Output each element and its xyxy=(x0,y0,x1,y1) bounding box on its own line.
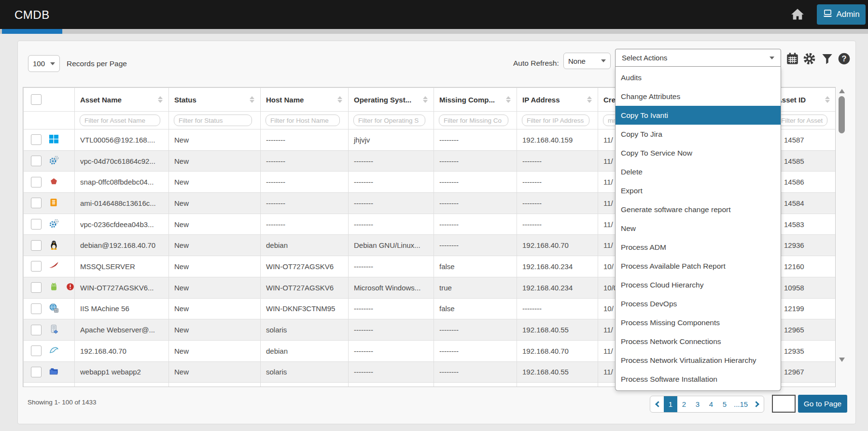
cell-asset_name: Apache Webserver@... xyxy=(75,319,169,341)
menu-item[interactable]: Audits xyxy=(616,68,781,87)
chevron-left-icon xyxy=(655,401,661,407)
page-button-4[interactable]: 4 xyxy=(704,396,718,412)
goto-page-input[interactable] xyxy=(772,395,796,413)
column-header-status[interactable]: Status xyxy=(169,88,261,112)
records-per-page-value: 100 xyxy=(33,59,45,68)
sort-arrows-icon[interactable] xyxy=(587,96,592,103)
cell-operating_system: jhjvjv xyxy=(349,129,434,151)
filter-icon[interactable] xyxy=(821,52,834,65)
menu-item[interactable]: Process DevOps xyxy=(616,294,781,313)
auto-refresh-value: None xyxy=(568,57,586,65)
scroll-up-arrow-icon[interactable] xyxy=(839,89,845,93)
cell-missing_components: -------- xyxy=(434,129,517,151)
select-actions-placeholder: Select Actions xyxy=(622,54,667,62)
select-all-checkbox[interactable] xyxy=(31,94,42,105)
column-label: Host Name xyxy=(266,96,304,104)
sort-arrows-icon[interactable] xyxy=(423,96,428,103)
row-checkbox[interactable] xyxy=(31,177,42,187)
menu-item[interactable]: New xyxy=(616,219,781,238)
page-button-2[interactable]: 2 xyxy=(677,396,691,412)
filter-input-asset_name[interactable] xyxy=(80,115,160,126)
goto-page-button[interactable]: Go to Page xyxy=(798,395,847,413)
menu-item[interactable]: Process Software Installation xyxy=(616,370,781,388)
menu-item[interactable]: Process Cloud Hierarchy xyxy=(616,275,781,294)
auto-refresh-select[interactable]: None xyxy=(563,53,611,69)
scroll-down-arrow-icon[interactable] xyxy=(839,358,845,362)
menu-item[interactable]: Copy To Service Now xyxy=(616,144,781,162)
chevron-down-icon xyxy=(601,59,606,62)
table-scrollbar[interactable] xyxy=(838,87,846,365)
sort-arrows-icon[interactable] xyxy=(158,96,163,103)
row-checkbox[interactable] xyxy=(31,261,42,272)
page-button-...15[interactable]: ...15 xyxy=(731,396,750,412)
cell-operating_system: -------- xyxy=(349,172,434,193)
cell-status: New xyxy=(169,150,261,172)
sort-arrows-icon[interactable] xyxy=(506,96,511,103)
home-icon[interactable] xyxy=(791,8,804,21)
row-checkbox[interactable] xyxy=(31,156,42,166)
filter-input-missing_components[interactable] xyxy=(439,115,508,126)
help-icon[interactable]: ? xyxy=(838,52,851,65)
page-button-3[interactable]: 3 xyxy=(691,396,704,412)
scrollbar-thumb[interactable] xyxy=(839,96,845,133)
menu-item[interactable]: Change Attributes xyxy=(616,87,781,106)
row-checkbox[interactable] xyxy=(31,367,42,377)
cell-operating_system: -------- xyxy=(349,256,434,277)
row-checkbox[interactable] xyxy=(31,325,42,335)
records-per-page-select[interactable]: 100 xyxy=(28,55,60,72)
filter-input-status[interactable] xyxy=(174,115,252,126)
cell-status: New xyxy=(169,193,261,214)
row-checkbox[interactable] xyxy=(31,198,42,208)
filter-input-host_name[interactable] xyxy=(266,115,340,126)
cell-ip_address: 192.168.40.55 xyxy=(517,361,598,383)
column-header-asset_name[interactable]: Asset Name xyxy=(75,88,169,112)
menu-item[interactable]: Generate software change report xyxy=(616,200,781,219)
gears-icon xyxy=(49,218,59,230)
cell-ip_address: -------- xyxy=(517,193,598,214)
menu-item[interactable]: Export xyxy=(616,181,781,200)
menu-item[interactable]: Copy To Ivanti xyxy=(616,106,781,125)
menu-item[interactable]: Delete xyxy=(616,162,781,181)
header-underline xyxy=(0,29,868,34)
row-checkbox[interactable] xyxy=(31,282,42,293)
next-page-button[interactable] xyxy=(750,396,764,412)
admin-button[interactable]: Admin xyxy=(817,4,866,25)
row-checkbox[interactable] xyxy=(31,219,42,230)
cell-missing_components: false xyxy=(434,256,517,277)
menu-item[interactable]: Process Network Virtualization Hierarchy xyxy=(616,351,781,370)
cell-host_name: WIN-DKNF3CTNM95 xyxy=(261,298,349,319)
sort-arrows-icon[interactable] xyxy=(250,96,254,103)
cell-operating_system: Microsoft Windows... xyxy=(349,277,434,298)
row-checkbox[interactable] xyxy=(31,134,42,145)
menu-item[interactable]: Copy To Jira xyxy=(616,125,781,144)
page-button-5[interactable]: 5 xyxy=(718,396,731,412)
active-tab-indicator xyxy=(2,29,62,34)
column-header-host_name[interactable]: Host Name xyxy=(261,88,349,112)
gear-icon[interactable] xyxy=(803,52,816,65)
column-header-ip_address[interactable]: IP Address xyxy=(517,88,598,112)
calendar-icon[interactable] xyxy=(786,52,799,65)
cell-missing_components: -------- xyxy=(434,214,517,235)
sort-arrows-icon[interactable] xyxy=(337,96,342,103)
filter-input-ip_address[interactable] xyxy=(522,115,589,126)
cell-missing_components: true xyxy=(434,277,517,298)
sort-arrows-icon[interactable] xyxy=(825,96,830,103)
filter-input-operating_system[interactable] xyxy=(353,115,425,126)
row-checkbox[interactable] xyxy=(31,303,42,314)
menu-item[interactable]: Process Missing Components xyxy=(616,313,781,332)
row-checkbox[interactable] xyxy=(31,345,42,356)
column-header-operating_system[interactable]: Operating Syst... xyxy=(349,88,434,112)
prev-page-button[interactable] xyxy=(650,396,664,412)
column-label: IP Address xyxy=(522,96,560,104)
menu-item[interactable]: Process Network Connections xyxy=(616,332,781,351)
server-icon xyxy=(49,324,59,336)
column-header-missing_components[interactable]: Missing Comp... xyxy=(434,88,517,112)
page-button-1[interactable]: 1 xyxy=(664,396,677,412)
page-title: CMDB xyxy=(14,8,50,22)
menu-item[interactable]: Process ADM xyxy=(616,238,781,257)
shield-icon xyxy=(49,178,57,187)
select-actions-dropdown[interactable]: Select Actions xyxy=(615,49,781,67)
menu-item[interactable]: Process Available Patch Report xyxy=(616,257,781,275)
filter-input-asset_id[interactable] xyxy=(776,115,827,126)
row-checkbox[interactable] xyxy=(31,240,42,251)
